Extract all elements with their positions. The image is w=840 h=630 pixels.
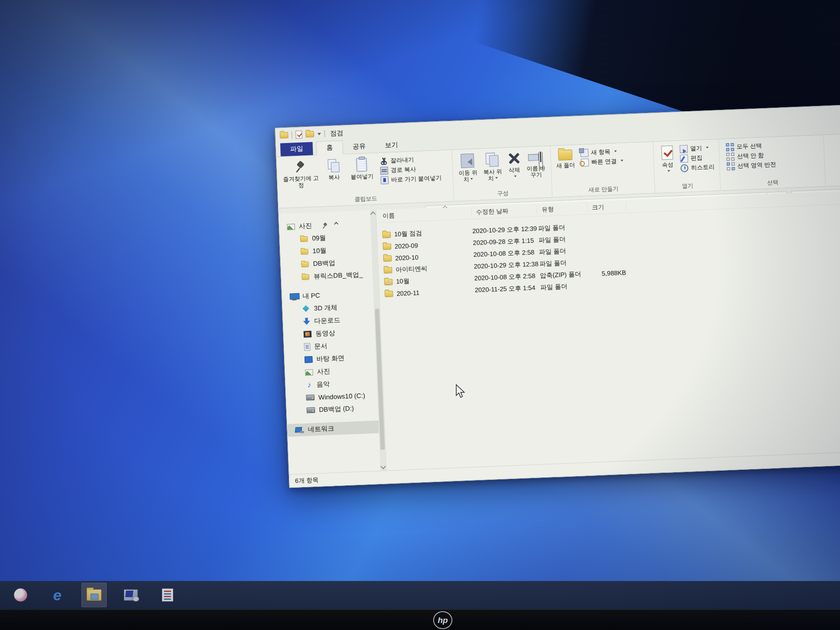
- file-type: 파일 폴더: [538, 234, 589, 245]
- drive-icon: [307, 407, 315, 413]
- folder-icon: [300, 236, 308, 242]
- tab-view[interactable]: 보기: [375, 138, 408, 153]
- select-none-icon: [726, 153, 735, 161]
- qat-properties-icon[interactable]: [295, 131, 302, 139]
- properties-button[interactable]: 속성: [656, 144, 679, 175]
- move-to-icon: [461, 154, 474, 168]
- file-type: 압축(ZIP) 폴더: [540, 270, 591, 280]
- window-title: 점검: [330, 129, 343, 137]
- ribbon-group-open: 속성 열기 편집 히스토리: [653, 139, 721, 193]
- open-icon: [679, 145, 688, 153]
- edit-button[interactable]: 편집: [680, 154, 714, 163]
- paste-shortcut-button[interactable]: 바로 가기 붙여넣기: [381, 174, 442, 185]
- paste-label: 붙여넣기: [350, 173, 374, 180]
- taskbar-app-button[interactable]: [8, 583, 33, 607]
- copy-label: 복사: [328, 174, 340, 181]
- scissors-icon: [380, 157, 388, 165]
- pictures-icon: [305, 369, 313, 375]
- column-header-type[interactable]: 유형: [537, 203, 588, 214]
- ribbon-group-select: 모두 선택 선택 안 함 선택 영역 반전 선택: [719, 135, 826, 191]
- move-to-button[interactable]: 이동 위치: [455, 151, 481, 183]
- file-type: 파일 폴더: [538, 222, 588, 233]
- cut-button[interactable]: 잘라내기: [380, 155, 441, 165]
- pictures-icon: [287, 224, 295, 230]
- tab-home[interactable]: 홈: [316, 140, 343, 155]
- sidebar-item-label: 3D 개체: [314, 304, 337, 313]
- easy-access-icon: [581, 158, 589, 167]
- copy-to-icon: [485, 153, 499, 167]
- scroll-up-chevron-icon[interactable]: [370, 211, 376, 217]
- new-item-button[interactable]: 새 항목: [581, 147, 623, 157]
- photo-of-monitor: 점검 파일 홈 공유 보기 즐겨찾기에 고정 복사: [0, 0, 840, 630]
- folder-icon: [301, 274, 309, 280]
- copy-to-label: 복사 위치: [483, 168, 502, 182]
- select-none-button[interactable]: 선택 안 함: [726, 151, 776, 161]
- history-button[interactable]: 히스토리: [680, 163, 715, 172]
- rename-label: 이름 바꾸기: [525, 164, 547, 178]
- zip-folder-icon: [384, 279, 393, 285]
- chevron-down-icon: [470, 178, 473, 181]
- qat-customize-chevron-icon[interactable]: [318, 133, 321, 136]
- file-size: [589, 237, 627, 238]
- invert-selection-label: 선택 영역 반전: [737, 161, 776, 170]
- collapse-chevron-icon[interactable]: [334, 222, 338, 226]
- chevron-down-icon: [706, 147, 709, 150]
- column-header-date-modified[interactable]: 수정한 날짜: [472, 206, 538, 217]
- sidebar-item-label: 사진: [299, 222, 312, 231]
- monitor-bezel: [0, 609, 840, 630]
- pin-to-favorites-button[interactable]: 즐겨찾기에 고정: [279, 158, 322, 189]
- tab-file[interactable]: 파일: [280, 142, 313, 157]
- new-folder-label: 새 폴더: [556, 162, 575, 169]
- chevron-down-icon: [614, 150, 617, 153]
- history-icon: [680, 164, 689, 172]
- column-header-size[interactable]: 크기: [588, 202, 626, 212]
- file-list-pane[interactable]: 이름 수정한 날짜 유형 크기 10월 점검 2020-10-29 오후 12:…: [376, 190, 840, 471]
- scroll-down-chevron-icon[interactable]: [380, 464, 386, 469]
- file-date: 2020-09-28 오후 1:15: [473, 236, 539, 247]
- copy-path-button[interactable]: 경로 복사: [380, 164, 441, 175]
- delete-button[interactable]: 삭제: [504, 150, 524, 180]
- move-to-label: 이동 위치: [458, 169, 477, 183]
- ribbon-spacer: [824, 133, 840, 186]
- open-button[interactable]: 열기: [679, 144, 714, 153]
- easy-access-button[interactable]: 빠른 연결: [581, 157, 623, 167]
- taskbar-remote-pc-button[interactable]: [118, 583, 144, 607]
- invert-selection-icon: [727, 162, 735, 171]
- divider: [324, 130, 325, 137]
- history-label: 히스토리: [691, 163, 715, 172]
- copy-to-button[interactable]: 복사 위치: [480, 150, 505, 182]
- file-date: 2020-10-29 오후 12:39: [472, 224, 538, 235]
- file-name: 2020-10: [395, 254, 419, 262]
- sidebar-item-label: 뷰릭스DB_백업_: [313, 270, 363, 281]
- file-date: 2020-10-08 오후 2:58: [474, 272, 540, 283]
- select-all-button[interactable]: 모두 선택: [726, 141, 775, 151]
- folder-icon: [384, 267, 392, 273]
- new-item-icon: [581, 149, 589, 157]
- new-folder-button[interactable]: 새 폴더: [553, 147, 578, 169]
- invert-selection-button[interactable]: 선택 영역 반전: [727, 161, 776, 171]
- drive-icon: [306, 395, 315, 401]
- computer-icon: [290, 293, 299, 301]
- chevron-down-icon: [667, 170, 670, 173]
- properties-label: 속성: [662, 161, 674, 168]
- tab-share[interactable]: 공유: [343, 140, 375, 154]
- 3d-cube-icon: [302, 305, 310, 313]
- qat-new-folder-icon[interactable]: [305, 131, 314, 137]
- sidebar-item-label: 10월: [312, 246, 326, 255]
- taskbar-notepad-button[interactable]: [155, 583, 180, 607]
- chevron-down-icon: [514, 175, 517, 178]
- paste-button[interactable]: 붙여넣기: [346, 156, 378, 181]
- music-note-icon: ♪: [305, 381, 313, 389]
- file-type: 파일 폴더: [540, 281, 591, 292]
- sidebar-item-label: 사진: [317, 367, 330, 376]
- column-header-name[interactable]: 이름: [378, 208, 472, 221]
- item-count: 6개 항목: [295, 476, 318, 485]
- sidebar-item-label: 네트워크: [308, 424, 334, 434]
- file-date: 2020-10-29 오후 12:38: [474, 260, 540, 271]
- rename-button[interactable]: 이름 바꾸기: [523, 149, 549, 178]
- file-explorer-window: 점검 파일 홈 공유 보기 즐겨찾기에 고정 복사: [275, 104, 840, 488]
- copy-button[interactable]: 복사: [321, 157, 346, 181]
- select-none-label: 선택 안 함: [737, 151, 764, 160]
- taskbar-file-explorer-button[interactable]: [81, 583, 107, 607]
- taskbar-edge-button[interactable]: e: [45, 583, 70, 607]
